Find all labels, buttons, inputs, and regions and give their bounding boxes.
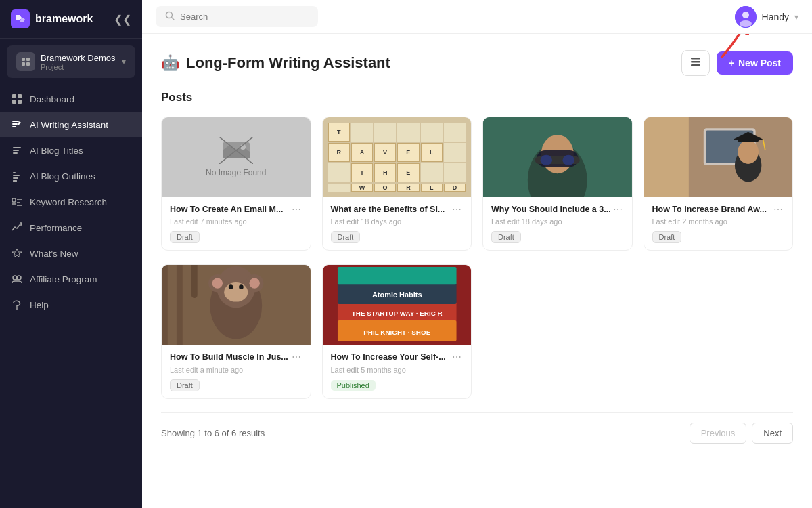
post-card-5[interactable]: How To Build Muscle In Jus... ⋯ Last edi…	[161, 264, 311, 398]
post-card-4[interactable]: How To Increase Brand Aw... ⋯ Last edit …	[644, 117, 794, 251]
sidebar-item-help[interactable]: Help	[0, 292, 142, 318]
post-menu-button-3[interactable]: ⋯	[612, 204, 624, 215]
sidebar-item-performance[interactable]: Performance	[0, 215, 142, 240]
page-title: Long-Form Writing Assistant	[186, 54, 390, 72]
post-card-3[interactable]: Why You Should Include a 3... ⋯ Last edi…	[482, 117, 633, 251]
writing-icon	[11, 119, 23, 131]
svg-rect-77	[337, 267, 456, 284]
post-title-6: How To Increase Your Self-...	[331, 352, 451, 362]
sidebar-item-label: AI Blog Outlines	[30, 171, 95, 182]
user-menu[interactable]: Handy ▾	[735, 6, 798, 28]
svg-rect-4	[26, 62, 30, 66]
svg-text:THE STARTUP WAY · ERIC R: THE STARTUP WAY · ERIC R	[351, 310, 442, 318]
previous-button[interactable]: Previous	[690, 423, 747, 444]
search-input[interactable]	[180, 12, 302, 22]
svg-point-60	[212, 278, 223, 289]
svg-rect-19	[12, 198, 16, 202]
next-button[interactable]: Next	[752, 423, 793, 444]
sidebar-item-ai-writing-assistant[interactable]: AI Writing Assistant	[0, 112, 142, 137]
project-icon	[16, 52, 35, 71]
post-menu-button-4[interactable]: ⋯	[772, 204, 784, 215]
pagination-info: Showing 1 to 6 of 6 results	[161, 428, 265, 438]
post-meta-5: Last edit a minute ago	[170, 366, 302, 374]
svg-rect-9	[12, 121, 19, 122]
sidebar-item-affiliate-program[interactable]: Affiliate Program	[0, 266, 142, 292]
svg-rect-17	[13, 177, 18, 179]
post-status-4: Draft	[652, 231, 682, 243]
bramework-logo-icon	[11, 9, 30, 28]
project-selector[interactable]: Bramework Demos Project ▾	[7, 45, 135, 78]
card-title-row-4: How To Increase Brand Aw... ⋯	[652, 204, 785, 215]
sidebar-item-label: Keyword Research	[30, 197, 107, 207]
project-label: Project	[41, 63, 122, 71]
post-title-3: Why You Should Include a 3...	[491, 204, 612, 215]
svg-rect-3	[22, 62, 25, 66]
svg-rect-5	[12, 94, 16, 98]
svg-rect-35	[691, 64, 700, 66]
post-card-6[interactable]: THE STARTUP WAY · ERIC R Atomic Habits P…	[322, 264, 472, 398]
sidebar-item-label: Dashboard	[30, 94, 74, 104]
sidebar-logo: bramework ❮❮	[0, 0, 142, 39]
post-card-2[interactable]: T R A V E L T H	[322, 117, 472, 251]
page-emoji: 🤖	[161, 54, 179, 72]
post-menu-button-5[interactable]: ⋯	[290, 352, 302, 362]
list-view-button[interactable]	[681, 50, 710, 76]
post-status-5: Draft	[170, 379, 200, 391]
sidebar-item-whats-new[interactable]: What's New	[0, 240, 142, 266]
card-body-1: How To Create An Email M... ⋯ Last edit …	[162, 197, 311, 250]
sidebar-nav: Dashboard AI Writing Assistant	[0, 82, 142, 508]
avatar	[735, 6, 757, 28]
svg-point-45	[562, 155, 574, 165]
card-body-3: Why You Should Include a 3... ⋯ Last edi…	[483, 197, 632, 250]
post-thumb-4	[644, 117, 793, 197]
post-title-2: What are the Benefits of Sl...	[331, 204, 451, 215]
svg-point-25	[13, 276, 17, 280]
post-status-2: Draft	[331, 231, 361, 243]
card-body-2: What are the Benefits of Sl... ⋯ Last ed…	[323, 197, 472, 250]
post-thumb-1: No Image Found	[162, 117, 311, 197]
svg-rect-1	[22, 58, 25, 61]
pagination-bar: Showing 1 to 6 of 6 results Previous Nex…	[161, 412, 793, 446]
new-post-button[interactable]: + New Post	[717, 51, 793, 75]
svg-rect-65	[162, 265, 168, 345]
svg-rect-66	[177, 265, 183, 345]
post-thumb-3	[483, 117, 632, 197]
card-body-5: How To Build Muscle In Jus... ⋯ Last edi…	[162, 345, 311, 398]
post-status-3: Draft	[491, 231, 521, 243]
empty-slot-2	[644, 264, 794, 398]
posts-grid-row2: How To Build Muscle In Jus... ⋯ Last edi…	[161, 264, 793, 398]
search-box[interactable]	[156, 6, 318, 27]
sidebar-item-keyword-research[interactable]: Keyword Research	[0, 189, 142, 215]
sidebar-item-ai-blog-outlines[interactable]: AI Blog Outlines	[0, 163, 142, 189]
svg-point-31	[742, 12, 749, 18]
collapse-sidebar-button[interactable]: ❮❮	[114, 13, 131, 26]
user-name: Handy	[762, 12, 789, 22]
card-title-row-2: What are the Benefits of Sl... ⋯	[331, 204, 464, 215]
post-meta-4: Last edit 2 months ago	[652, 217, 785, 226]
sidebar-item-ai-blog-titles[interactable]: AI Blog Titles	[0, 137, 142, 163]
post-card-1[interactable]: No Image Found How To Create An Email M.…	[161, 117, 311, 251]
card-body-6: How To Increase Your Self-... ⋯ Last edi…	[323, 345, 472, 397]
svg-point-27	[16, 308, 18, 310]
topbar: Handy ▾	[142, 0, 812, 34]
search-icon	[165, 11, 175, 22]
logo-text: bramework	[35, 13, 93, 25]
post-status-1: Draft	[170, 231, 200, 243]
svg-rect-12	[13, 147, 21, 148]
svg-rect-16	[13, 175, 20, 176]
sidebar: bramework ❮❮ Bramework Demos Project ▾	[0, 0, 142, 508]
card-title-row-1: How To Create An Email M... ⋯	[170, 204, 302, 215]
sidebar-item-label: What's New	[30, 249, 78, 259]
blog-titles-icon	[11, 144, 23, 156]
svg-rect-10	[12, 123, 18, 125]
post-menu-button-1[interactable]: ⋯	[290, 204, 302, 215]
sidebar-item-dashboard[interactable]: Dashboard	[0, 86, 142, 112]
svg-rect-7	[12, 100, 16, 104]
post-meta-3: Last edit 18 days ago	[491, 217, 624, 226]
svg-rect-6	[18, 94, 22, 98]
svg-rect-11	[12, 126, 16, 127]
post-menu-button-6[interactable]: ⋯	[451, 352, 463, 362]
post-menu-button-2[interactable]: ⋯	[451, 204, 463, 215]
posts-section-title: Posts	[161, 91, 793, 104]
svg-point-51	[738, 140, 759, 164]
